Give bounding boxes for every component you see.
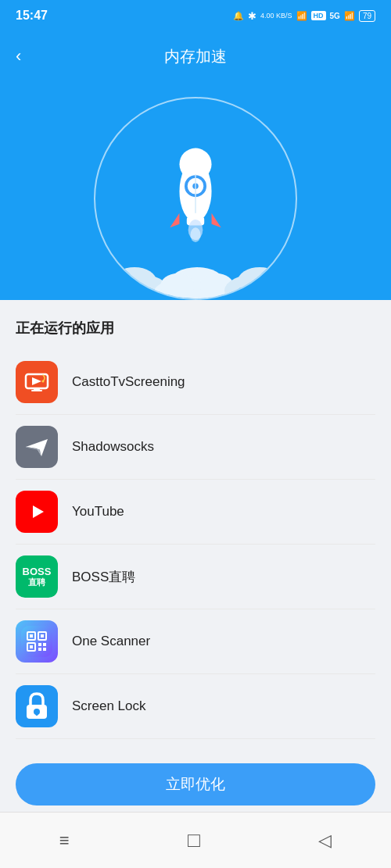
app-name-castto: CasttoTvScreening xyxy=(72,374,185,390)
svg-rect-38 xyxy=(43,643,46,646)
app-name-boss: BOSS直聘 xyxy=(72,568,135,586)
svg-rect-39 xyxy=(38,648,41,651)
list-item[interactable]: CasttoTvScreening xyxy=(16,350,375,415)
battery-icon: 79 xyxy=(359,10,375,22)
youtube-icon xyxy=(16,491,58,533)
svg-rect-32 xyxy=(30,634,33,638)
onescanner-icon xyxy=(16,620,58,663)
signal-icon: 📶 xyxy=(344,11,355,21)
svg-marker-6 xyxy=(212,213,221,228)
rocket-icon xyxy=(160,144,231,253)
boss-icon: BOSS 直聘 xyxy=(16,555,58,598)
hd-badge: HD xyxy=(311,11,326,20)
menu-button[interactable]: ≡ xyxy=(59,830,70,851)
status-time: 15:47 xyxy=(16,9,48,23)
home-button[interactable]: □ xyxy=(188,828,200,852)
svg-rect-30 xyxy=(21,626,52,657)
page-title: 内存加速 xyxy=(164,46,227,67)
back-button[interactable]: ‹ xyxy=(16,46,21,66)
network-speed: 4.00 KB/S xyxy=(260,12,292,20)
shadowsocks-icon xyxy=(16,426,58,468)
wifi-icon: 📶 xyxy=(296,11,307,21)
status-bar: 15:47 🔔 ✱ 4.00 KB/S 📶 HD 5G 📶 79 xyxy=(0,0,391,31)
svg-point-9 xyxy=(190,227,200,242)
list-item[interactable]: Screen Lock xyxy=(16,674,375,739)
screenlock-icon xyxy=(16,685,58,727)
hero-section xyxy=(0,73,391,300)
bottom-nav: ≡ □ ◁ xyxy=(0,812,391,868)
svg-rect-23 xyxy=(31,390,42,391)
list-item[interactable]: BOSS 直聘 BOSS直聘 xyxy=(16,545,375,609)
status-icons: 🔔 ✱ 4.00 KB/S 📶 HD 5G 📶 79 xyxy=(233,10,375,22)
svg-rect-36 xyxy=(30,645,33,648)
list-item[interactable]: One Scanner xyxy=(16,609,375,674)
circle-container xyxy=(94,97,297,300)
bell-icon: 🔔 xyxy=(233,11,244,21)
bluetooth-icon: ✱ xyxy=(248,10,256,22)
app-header: ‹ 内存加速 xyxy=(0,31,391,73)
app-list: CasttoTvScreening Shadowsocks xyxy=(16,350,375,739)
app-name-youtube: YouTube xyxy=(72,504,124,520)
cloud-puffs xyxy=(95,252,296,298)
app-name-shadowsocks: Shadowsocks xyxy=(72,439,154,455)
svg-point-16 xyxy=(160,273,195,298)
svg-rect-37 xyxy=(38,643,41,646)
svg-rect-40 xyxy=(43,648,46,651)
svg-rect-34 xyxy=(41,634,44,638)
svg-point-13 xyxy=(105,272,133,294)
app-name-screenlock: Screen Lock xyxy=(72,698,146,714)
section-title: 正在运行的应用 xyxy=(16,319,375,338)
svg-point-24 xyxy=(42,380,45,383)
content-area: 正在运行的应用 CasttoTvScreening xyxy=(0,300,391,739)
5g-badge: 5G xyxy=(330,12,340,20)
svg-marker-5 xyxy=(170,213,179,228)
svg-point-20 xyxy=(261,272,289,294)
optimize-button[interactable]: 立即优化 xyxy=(16,763,375,805)
svg-rect-43 xyxy=(36,712,38,716)
castto-icon xyxy=(16,361,58,403)
list-item[interactable]: Shadowsocks xyxy=(16,415,375,480)
back-nav-button[interactable]: ◁ xyxy=(318,830,332,851)
list-item[interactable]: YouTube xyxy=(16,480,375,545)
app-name-onescanner: One Scanner xyxy=(72,634,150,649)
